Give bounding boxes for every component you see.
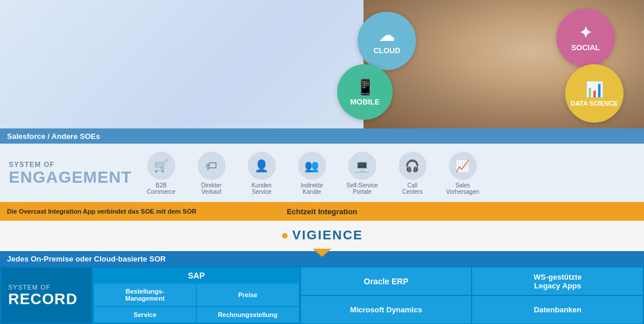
vigience-logo: ● VIGIENCE [281,228,363,243]
legacy-label: WS-gestützteLegacy Apps [534,273,581,290]
rechnung-label: Rechnungsstellung [218,311,278,318]
sor-sap-cells: Bestellungs-Management Preise Service Re… [94,284,299,322]
vigience-logo-icon: ● [281,228,289,243]
sor-sap-cell-rechnung: Rechnungsstellung [197,307,299,322]
call-centers-icon: 🎧 [399,152,427,180]
sor-oracle-ms-col: Oracle ERP Microsoft Dynamics [301,267,472,323]
sor-title-block: SYSTEM OF RECORD [1,267,92,323]
b2b-label: B2BCommerce [147,182,175,195]
social-circle: ✦ SOCIAL [556,9,615,67]
vigience-arrow [313,249,331,257]
soe-icon-call-centers: 🎧 CallCenters [389,152,436,195]
cloud-label: CLOUD [373,46,400,55]
soe-icons-row: 🛒 B2BCommerce 🏷 DirekterVerkauf 👤 Kunden… [138,152,635,195]
databases-label: Datenbanken [534,305,581,314]
sales-label: SalesVorhersagen [446,182,479,195]
sor-sap-header: SAP [94,269,299,283]
kunden-icon: 👤 [248,152,276,180]
indirekte-label: IndirekteKanäle [301,182,323,195]
integration-center-text: Echtzeit Integration [217,207,427,216]
data-science-label: DATA SCIENCE [571,100,618,107]
sor-oracle-block: Oracle ERP [301,267,472,295]
sor-sap-cell-bestellung: Bestellungs-Management [94,284,196,306]
sor-legacy-col: WS-gestützteLegacy Apps Datenbanken [472,267,643,323]
soe-icon-kunden: 👤 KundenService [238,152,285,195]
sor-section: SYSTEM OF RECORD SAP Bestellungs-Managem… [0,266,644,324]
sor-title-main: RECORD [8,291,85,308]
soe-icon-sales: 📈 SalesVorhersagen [439,152,486,195]
soe-icon-indirekte: 👥 IndirekteKanäle [289,152,335,195]
indirekte-icon: 👥 [298,152,326,180]
soe-section: SYSTEM OF ENGAGEMENT 🛒 B2BCommerce 🏷 Dir… [0,144,644,202]
soe-label-bar: Salesforce / Andere SOEs [0,128,644,144]
soe-bar-label: Salesforce / Andere SOEs [7,132,100,141]
vigience-section: ● VIGIENCE [0,221,644,250]
oracle-label: Oracle ERP [364,277,408,286]
cloud-icon: ☁ [379,27,394,45]
dynamics-label: Microsoft Dynamics [350,305,423,314]
sor-db-block: Datenbanken [472,296,643,323]
kunden-label: KundenService [251,182,271,195]
integration-bar: Die Overcast Integration App verbindet d… [0,202,644,221]
top-section: ☁ CLOUD ✦ SOCIAL 📱 MOBILE 📊 DATA SCIENCE [0,0,644,128]
direkter-label: DirekterVerkauf [201,182,221,195]
social-label: SOCIAL [571,43,600,52]
vigience-logo-text: VIGIENCE [292,228,363,243]
b2b-icon: 🛒 [147,152,175,180]
sor-bar-label: Jedes On-Premise oder Cloud-basierte SOR [7,255,166,263]
sor-dynamics-block: Microsoft Dynamics [301,296,472,323]
sor-sap-cell-service: Service [94,307,196,322]
self-service-label: Self-ServicePortale [347,182,378,195]
service-label: Service [133,311,156,318]
sor-sap-block: SAP Bestellungs-Management Preise Servic… [93,267,300,323]
soe-title-top: SYSTEM OF [9,161,132,169]
mobile-label: MOBILE [350,97,380,106]
cloud-circle: ☁ CLOUD [358,12,416,70]
data-icon: 📊 [585,81,604,99]
integration-left-text: Die Overcast Integration App verbindet d… [7,208,217,215]
preise-label: Preise [238,291,257,298]
soe-title-main: ENGAGEMENT [9,169,132,187]
call-centers-label: CallCenters [402,182,423,195]
self-service-icon: 💻 [348,152,376,180]
social-icon: ✦ [579,24,592,42]
sales-icon: 📈 [449,152,477,180]
soe-icon-self-service: 💻 Self-ServicePortale [339,152,386,195]
mobile-icon: 📱 [356,78,375,96]
soe-icon-b2b: 🛒 B2BCommerce [138,152,185,195]
direkter-icon: 🏷 [198,152,226,180]
sor-sap-cell-preise: Preise [197,284,299,306]
mobile-circle: 📱 MOBILE [337,64,393,120]
data-science-circle: 📊 DATA SCIENCE [565,64,624,123]
soe-icon-direkter: 🏷 DirekterVerkauf [188,152,235,195]
bestellung-label: Bestellungs-Management [125,288,164,302]
sor-legacy-block: WS-gestützteLegacy Apps [472,267,643,295]
soe-title-block: SYSTEM OF ENGAGEMENT [9,161,132,187]
sor-title-top: SYSTEM OF [8,284,85,291]
